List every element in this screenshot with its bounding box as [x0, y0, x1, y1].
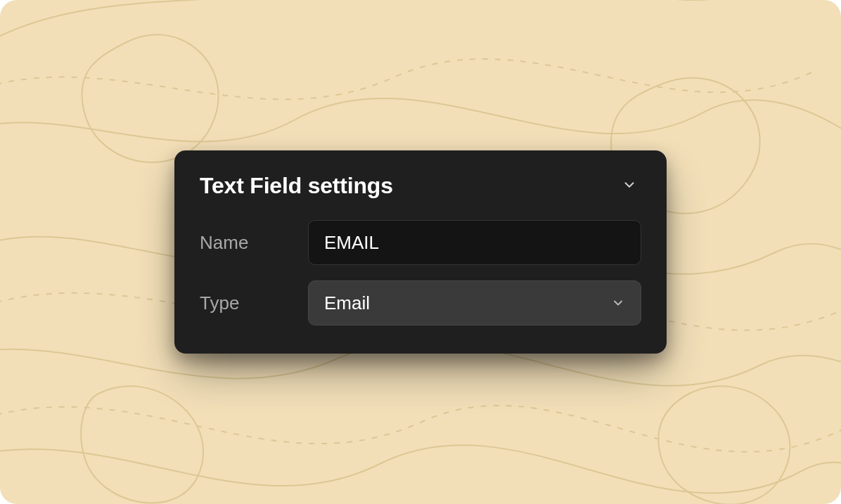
panel-title: Text Field settings — [200, 173, 393, 199]
type-row: Type Email — [200, 280, 641, 325]
name-row: Name — [200, 220, 641, 265]
panel-header: Text Field settings — [200, 173, 641, 199]
type-select-value: Email — [324, 292, 370, 314]
name-label: Name — [200, 232, 291, 254]
chevron-down-icon — [622, 177, 637, 195]
chevron-down-icon — [611, 296, 625, 310]
type-select[interactable]: Email — [308, 280, 641, 325]
name-input[interactable] — [308, 220, 641, 265]
settings-panel: Text Field settings Name Type Email — [174, 150, 667, 354]
panel-collapse-button[interactable] — [617, 173, 641, 199]
type-label: Type — [200, 292, 291, 314]
